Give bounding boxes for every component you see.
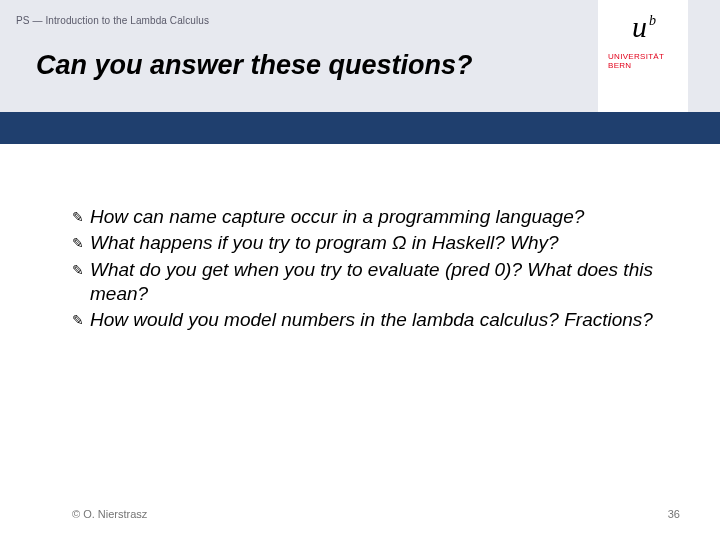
breadcrumb: PS — Introduction to the Lambda Calculus	[16, 15, 209, 26]
logo-line2: BERN	[608, 61, 664, 70]
list-item: ✎ What do you get when you try to evalua…	[72, 258, 672, 307]
logo-mark: ub	[632, 10, 654, 44]
list-item: ✎ How would you model numbers in the lam…	[72, 308, 672, 332]
logo-subtext: UNIVERSITÄT BERN	[598, 52, 664, 70]
list-item-text: What do you get when you try to evaluate…	[90, 258, 672, 307]
list-item: ✎ What happens if you try to program Ω i…	[72, 231, 672, 255]
university-logo: ub UNIVERSITÄT BERN	[598, 0, 688, 112]
list-item-text: How can name capture occur in a programm…	[90, 205, 584, 229]
logo-line1: UNIVERSITÄT	[608, 52, 664, 61]
bullet-list: ✎ How can name capture occur in a progra…	[72, 205, 672, 335]
footer-copyright: © O. Nierstrasz	[72, 508, 147, 520]
page-number: 36	[668, 508, 680, 520]
pencil-icon: ✎	[72, 258, 90, 282]
list-item-text: What happens if you try to program Ω in …	[90, 231, 559, 255]
pencil-icon: ✎	[72, 205, 90, 229]
list-item-text: How would you model numbers in the lambd…	[90, 308, 653, 332]
pencil-icon: ✎	[72, 231, 90, 255]
list-item: ✎ How can name capture occur in a progra…	[72, 205, 672, 229]
logo-letter-u: u	[632, 10, 647, 43]
accent-bar	[0, 112, 720, 144]
page-title: Can you answer these questions?	[36, 50, 473, 81]
pencil-icon: ✎	[72, 308, 90, 332]
logo-letter-b: b	[649, 13, 656, 28]
